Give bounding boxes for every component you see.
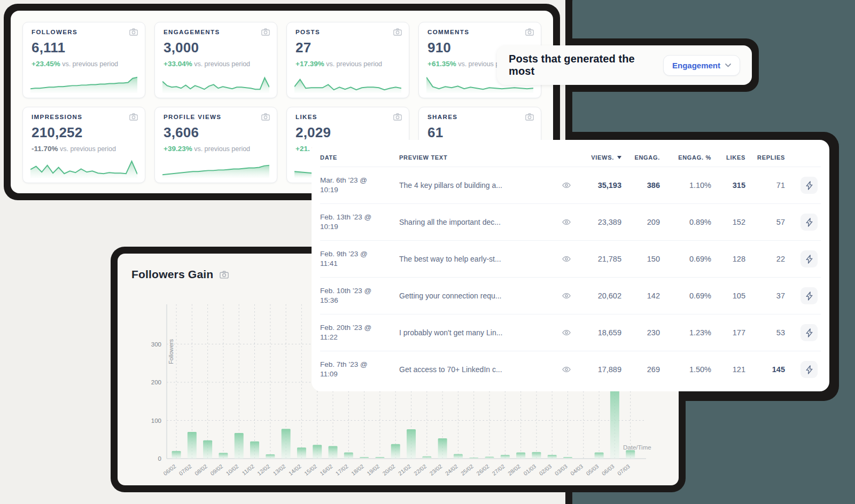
cell-action [785,250,821,267]
engagement-filter-label: Engagement [672,61,720,70]
cell-engag: 230 [621,328,660,337]
cell-preview: I probably won't get many Lin... [399,328,557,337]
svg-text:27/02: 27/02 [491,463,506,477]
followers-gain-title: Followers Gain [131,268,213,281]
stat-label: LIKES [296,114,400,120]
camera-icon[interactable] [393,28,402,36]
svg-text:22/02: 22/02 [413,463,428,477]
cell-action [785,287,821,304]
col-header-likes[interactable]: LIKES [711,154,745,161]
camera-icon[interactable] [393,113,402,121]
stat-delta-row: +33.04% vs. previous period [164,60,268,68]
eye-icon[interactable] [562,256,571,262]
table-row: Feb. 10th ’23 @ 15:36Getting your connec… [320,277,821,314]
cell-engag-pct: 0.69% [660,255,711,263]
eye-icon[interactable] [562,329,571,336]
svg-text:28/02: 28/02 [507,463,522,477]
posts-table-panel: DATE PREVIEW TEXT VIEWS. ENGAG. ENGAG. %… [312,140,829,391]
posts-header-title: Posts that generated the most [509,53,663,77]
cell-engag-pct: 0.89% [660,218,711,226]
svg-text:10/02: 10/02 [224,463,239,477]
boost-button[interactable] [800,177,818,194]
col-header-engag-pct[interactable]: ENGAG. % [660,154,711,161]
stat-sparkline [162,158,269,178]
svg-text:02/03: 02/03 [538,463,553,477]
svg-text:18/02: 18/02 [350,463,365,477]
stat-delta-row: -11.70% vs. previous period [32,145,136,153]
cell-replies: 57 [745,218,785,226]
svg-text:16/02: 16/02 [318,463,333,477]
camera-icon[interactable] [525,113,534,121]
stat-sparkline [30,158,137,178]
cell-action [785,214,821,231]
stat-card-followers: FOLLOWERS6,111+23.45% vs. previous perio… [22,22,145,98]
eye-icon[interactable] [562,219,571,225]
boost-button[interactable] [800,214,818,231]
cell-date: Mar. 6th ’23 @ 10:19 [320,176,399,195]
eye-icon[interactable] [562,182,571,188]
stat-value: 210,252 [32,124,136,141]
cell-preview: The 4 key pillars of building a... [399,181,557,190]
stat-delta-note: vs. previous period [194,145,250,153]
svg-text:26/02: 26/02 [475,463,490,477]
table-row: Feb. 13th ’23 @ 10:19Sharing all the imp… [320,203,821,240]
col-header-engag[interactable]: ENGAG. [621,154,660,161]
col-header-date: DATE [320,154,399,161]
cell-replies: 37 [745,292,785,300]
sort-desc-icon [617,156,621,159]
svg-text:21/02: 21/02 [397,463,412,477]
cell-replies: 22 [745,255,785,263]
stat-delta: +17.39% [296,60,324,68]
camera-icon[interactable] [261,28,270,36]
cell-action [785,324,821,341]
stat-delta-note: vs. previous period [60,145,116,153]
stat-label: COMMENTS [428,29,532,35]
engagement-filter-button[interactable]: Engagement [663,55,740,76]
camera-icon[interactable] [129,113,138,121]
bolt-icon [805,292,813,301]
stat-delta: +61.35% [428,60,456,68]
svg-text:24/02: 24/02 [444,463,459,477]
boost-button[interactable] [800,287,818,304]
eye-icon[interactable] [562,293,571,299]
cell-replies: 53 [745,328,785,337]
col-header-replies[interactable]: REPLIES [745,154,785,161]
cell-engag: 209 [621,218,660,226]
stat-card-impressions: IMPRESSIONS210,252-11.70% vs. previous p… [22,107,145,183]
cell-engag: 142 [621,292,660,300]
stat-sparkline [30,73,137,93]
col-header-views[interactable]: VIEWS. [576,154,621,161]
svg-text:09/02: 09/02 [209,463,224,477]
camera-icon[interactable] [261,113,270,121]
cell-preview: Sharing all the important dec... [399,218,557,226]
svg-text:07/02: 07/02 [177,463,192,477]
bolt-icon [805,255,813,264]
camera-icon[interactable] [129,28,138,36]
table-row: Feb. 9th ’23 @ 11:41The best way to help… [320,240,821,277]
camera-icon[interactable] [525,28,534,36]
stat-card-engagements: ENGAGEMENTS3,000+33.04% vs. previous per… [154,22,277,98]
svg-text:13/02: 13/02 [271,463,286,477]
svg-text:07/03: 07/03 [616,463,631,477]
svg-text:0: 0 [158,455,161,462]
stat-delta-row: +39.23% vs. previous period [164,145,268,153]
stat-delta-note: vs. previous period [194,60,250,68]
cell-views: 23,389 [576,218,621,226]
cell-engag-pct: 1.50% [660,365,711,374]
stat-delta: +21. [296,145,310,153]
camera-icon[interactable] [220,271,229,279]
stat-label: IMPRESSIONS [32,114,136,120]
stat-label: POSTS [296,29,400,35]
svg-text:15/02: 15/02 [303,463,318,477]
boost-button[interactable] [800,324,818,341]
cell-replies: 71 [745,181,785,190]
stat-sparkline [162,73,269,93]
boost-button[interactable] [800,361,818,378]
boost-button[interactable] [800,250,818,267]
eye-icon[interactable] [562,366,571,373]
cell-action [785,361,821,378]
stat-delta-row: +23.45% vs. previous period [32,60,136,68]
svg-text:11/02: 11/02 [240,463,255,476]
cell-engag-pct: 1.10% [660,181,711,190]
svg-text:25/02: 25/02 [460,463,475,477]
